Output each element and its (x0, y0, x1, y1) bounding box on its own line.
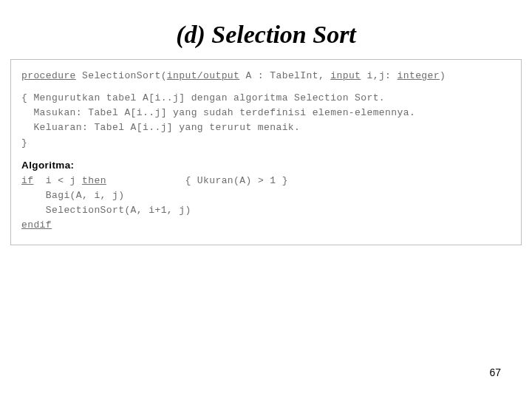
comment-line-2: Masukan: Tabel A[i..j] yang sudah terdef… (21, 106, 515, 120)
procedure-signature: procedure SelectionSort(input/output A :… (21, 69, 515, 83)
algo-bagi-line: Bagi(A, i, j) (21, 188, 515, 203)
algoritma-label: Algoritma: (21, 158, 75, 174)
sig-part1: A : TabelInt, (239, 70, 330, 81)
sig-part2: i,j: (361, 70, 397, 81)
keyword-then: then (82, 175, 106, 186)
keyword-input: input (330, 70, 361, 81)
page-number: 67 (489, 366, 501, 378)
slide-title: (d) Selection Sort (0, 21, 532, 49)
algo-endif-line: endif (21, 218, 515, 233)
keyword-integer: integer (398, 70, 440, 81)
if-condition: i < j (33, 175, 82, 186)
algo-if-line: if i < j then { Ukuran(A) > 1 } (21, 174, 515, 188)
keyword-if: if (21, 175, 33, 186)
comment-line-4: } (21, 136, 515, 151)
cond-comment: { Ukuran(A) > 1 } (106, 175, 288, 186)
sig-name: SelectionSort( (76, 70, 167, 81)
sig-close: ) (440, 70, 446, 81)
algo-recur-line: SelectionSort(A, i+1, j) (21, 203, 515, 218)
comment-line-3: Keluaran: Tabel A[i..j] yang terurut men… (21, 120, 515, 135)
keyword-endif: endif (21, 219, 52, 231)
keyword-input-output: input/output (167, 70, 239, 81)
keyword-procedure: procedure (21, 70, 76, 81)
comment-line-1: { Mengurutkan tabel A[i..j] dengan algor… (21, 91, 515, 106)
algorithm-code-block: procedure SelectionSort(input/output A :… (10, 59, 522, 245)
